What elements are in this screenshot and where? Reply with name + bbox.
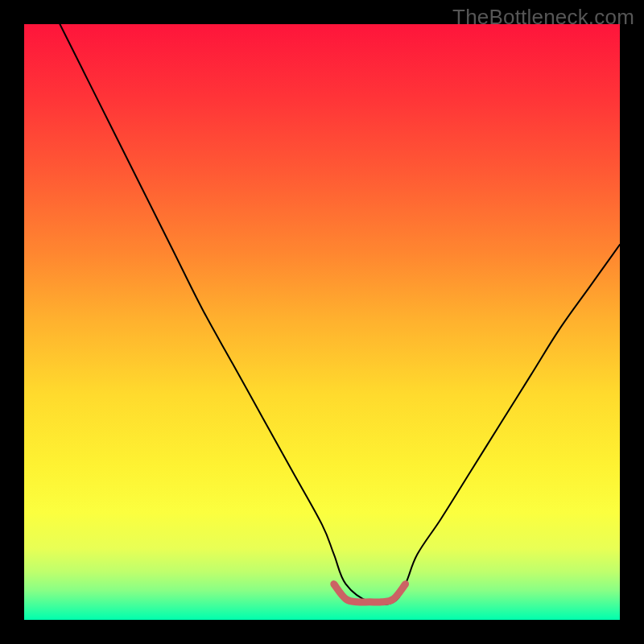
chart-container: TheBottleneck.com (0, 0, 644, 644)
plot-area (24, 24, 620, 620)
watermark-text: TheBottleneck.com (452, 5, 634, 30)
optimal-flat-segment (24, 24, 620, 620)
